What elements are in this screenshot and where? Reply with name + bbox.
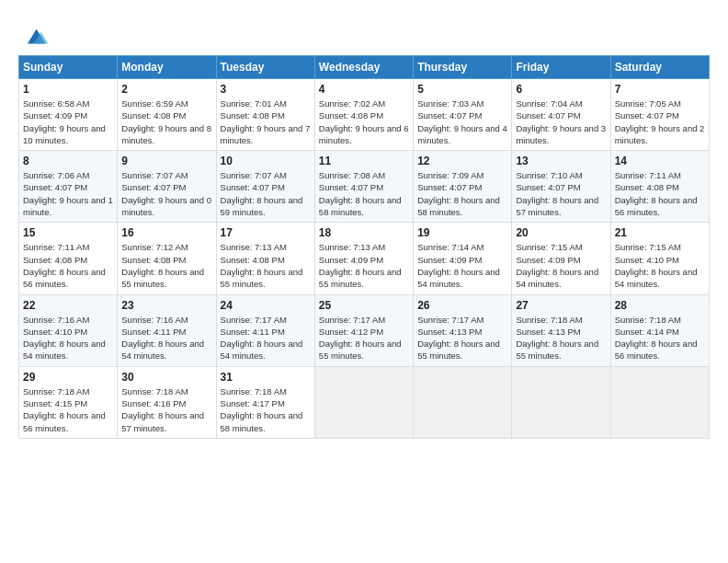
day-info: Sunrise: 7:01 AMSunset: 4:08 PMDaylight:… <box>221 98 311 145</box>
logo-icon <box>20 20 50 50</box>
calendar-cell: 3Sunrise: 7:01 AMSunset: 4:08 PMDaylight… <box>216 79 314 151</box>
day-number: 2 <box>121 83 211 96</box>
day-number: 27 <box>516 299 606 312</box>
day-number: 19 <box>417 226 507 239</box>
day-number: 26 <box>417 299 507 312</box>
calendar-cell <box>314 366 413 438</box>
day-number: 16 <box>121 226 211 239</box>
calendar-cell: 5Sunrise: 7:03 AMSunset: 4:07 PMDaylight… <box>414 79 512 151</box>
page-container: SundayMondayTuesdayWednesdayThursdayFrid… <box>0 0 728 448</box>
calendar-cell: 13Sunrise: 7:10 AMSunset: 4:07 PMDayligh… <box>512 151 610 223</box>
calendar-cell: 8Sunrise: 7:06 AMSunset: 4:07 PMDaylight… <box>19 151 118 223</box>
day-number: 30 <box>121 371 211 384</box>
day-number: 23 <box>121 299 211 312</box>
calendar-cell: 4Sunrise: 7:02 AMSunset: 4:08 PMDaylight… <box>314 79 413 151</box>
day-number: 8 <box>23 155 113 167</box>
calendar-cell <box>610 366 709 438</box>
header-day-saturday: Saturday <box>610 56 709 79</box>
calendar-cell: 15Sunrise: 7:11 AMSunset: 4:08 PMDayligh… <box>19 223 118 294</box>
day-info: Sunrise: 7:12 AMSunset: 4:08 PMDaylight:… <box>121 242 204 289</box>
day-info: Sunrise: 7:13 AMSunset: 4:09 PMDaylight:… <box>319 242 402 289</box>
calendar-cell: 30Sunrise: 7:18 AMSunset: 4:16 PMDayligh… <box>118 366 216 438</box>
day-info: Sunrise: 7:13 AMSunset: 4:08 PMDaylight:… <box>221 242 303 289</box>
day-number: 12 <box>417 155 507 167</box>
day-info: Sunrise: 6:58 AMSunset: 4:09 PMDaylight:… <box>23 98 106 145</box>
day-info: Sunrise: 7:17 AMSunset: 4:12 PMDaylight:… <box>319 315 402 362</box>
calendar-table: SundayMondayTuesdayWednesdayThursdayFrid… <box>18 55 710 439</box>
day-info: Sunrise: 7:02 AMSunset: 4:08 PMDaylight:… <box>319 98 409 145</box>
calendar-cell: 7Sunrise: 7:05 AMSunset: 4:07 PMDaylight… <box>610 79 709 151</box>
day-info: Sunrise: 7:05 AMSunset: 4:07 PMDaylight:… <box>615 98 705 145</box>
day-number: 9 <box>121 155 211 167</box>
day-number: 21 <box>615 226 705 239</box>
calendar-cell: 11Sunrise: 7:08 AMSunset: 4:07 PMDayligh… <box>314 151 413 223</box>
day-info: Sunrise: 7:03 AMSunset: 4:07 PMDaylight:… <box>417 98 507 145</box>
day-number: 5 <box>417 83 507 96</box>
day-info: Sunrise: 7:06 AMSunset: 4:07 PMDaylight:… <box>23 170 113 217</box>
day-number: 29 <box>23 371 113 384</box>
header <box>18 17 710 50</box>
day-info: Sunrise: 7:18 AMSunset: 4:15 PMDaylight:… <box>23 386 106 433</box>
day-info: Sunrise: 7:08 AMSunset: 4:07 PMDaylight:… <box>319 170 402 217</box>
day-number: 10 <box>221 155 311 167</box>
day-number: 13 <box>516 155 606 167</box>
calendar-cell: 26Sunrise: 7:17 AMSunset: 4:13 PMDayligh… <box>414 294 512 366</box>
day-info: Sunrise: 7:11 AMSunset: 4:08 PMDaylight:… <box>615 170 698 217</box>
day-info: Sunrise: 7:09 AMSunset: 4:07 PMDaylight:… <box>417 170 500 217</box>
day-number: 11 <box>319 155 409 167</box>
calendar-cell: 19Sunrise: 7:14 AMSunset: 4:09 PMDayligh… <box>414 223 512 294</box>
calendar-week-4: 22Sunrise: 7:16 AMSunset: 4:10 PMDayligh… <box>19 294 710 366</box>
calendar-cell: 14Sunrise: 7:11 AMSunset: 4:08 PMDayligh… <box>610 151 709 223</box>
day-number: 25 <box>319 299 409 312</box>
logo <box>18 20 50 50</box>
calendar-cell: 23Sunrise: 7:16 AMSunset: 4:11 PMDayligh… <box>118 294 216 366</box>
day-number: 24 <box>221 299 311 312</box>
calendar-cell: 22Sunrise: 7:16 AMSunset: 4:10 PMDayligh… <box>19 294 118 366</box>
calendar-cell: 24Sunrise: 7:17 AMSunset: 4:11 PMDayligh… <box>216 294 314 366</box>
day-info: Sunrise: 7:04 AMSunset: 4:07 PMDaylight:… <box>516 98 606 145</box>
day-number: 4 <box>319 83 409 96</box>
calendar-cell: 21Sunrise: 7:15 AMSunset: 4:10 PMDayligh… <box>610 223 709 294</box>
header-day-thursday: Thursday <box>414 56 512 79</box>
day-info: Sunrise: 7:18 AMSunset: 4:17 PMDaylight:… <box>221 386 303 433</box>
calendar-cell: 28Sunrise: 7:18 AMSunset: 4:14 PMDayligh… <box>610 294 709 366</box>
day-number: 7 <box>615 83 705 96</box>
day-number: 20 <box>516 226 606 239</box>
calendar-cell: 2Sunrise: 6:59 AMSunset: 4:08 PMDaylight… <box>118 79 216 151</box>
header-day-tuesday: Tuesday <box>216 56 314 79</box>
day-info: Sunrise: 7:16 AMSunset: 4:11 PMDaylight:… <box>121 315 204 362</box>
day-number: 15 <box>23 226 113 239</box>
day-info: Sunrise: 7:15 AMSunset: 4:10 PMDaylight:… <box>615 242 698 289</box>
calendar-cell: 20Sunrise: 7:15 AMSunset: 4:09 PMDayligh… <box>512 223 610 294</box>
day-number: 6 <box>516 83 606 96</box>
calendar-week-2: 8Sunrise: 7:06 AMSunset: 4:07 PMDaylight… <box>19 151 710 223</box>
day-info: Sunrise: 7:18 AMSunset: 4:14 PMDaylight:… <box>615 315 698 362</box>
calendar-cell: 25Sunrise: 7:17 AMSunset: 4:12 PMDayligh… <box>314 294 413 366</box>
calendar-cell <box>512 366 610 438</box>
day-info: Sunrise: 7:10 AMSunset: 4:07 PMDaylight:… <box>516 170 598 217</box>
calendar-cell: 1Sunrise: 6:58 AMSunset: 4:09 PMDaylight… <box>19 79 118 151</box>
header-day-friday: Friday <box>512 56 610 79</box>
day-info: Sunrise: 6:59 AMSunset: 4:08 PMDaylight:… <box>121 98 211 145</box>
day-info: Sunrise: 7:16 AMSunset: 4:10 PMDaylight:… <box>23 315 106 362</box>
calendar-cell: 17Sunrise: 7:13 AMSunset: 4:08 PMDayligh… <box>216 223 314 294</box>
header-row: SundayMondayTuesdayWednesdayThursdayFrid… <box>19 56 710 79</box>
day-info: Sunrise: 7:15 AMSunset: 4:09 PMDaylight:… <box>516 242 598 289</box>
calendar-cell: 9Sunrise: 7:07 AMSunset: 4:07 PMDaylight… <box>118 151 216 223</box>
calendar-cell: 10Sunrise: 7:07 AMSunset: 4:07 PMDayligh… <box>216 151 314 223</box>
day-info: Sunrise: 7:11 AMSunset: 4:08 PMDaylight:… <box>23 242 106 289</box>
calendar-cell: 18Sunrise: 7:13 AMSunset: 4:09 PMDayligh… <box>314 223 413 294</box>
day-number: 14 <box>615 155 705 167</box>
header-day-monday: Monday <box>118 56 216 79</box>
day-number: 31 <box>221 371 311 384</box>
day-number: 22 <box>23 299 113 312</box>
calendar-cell: 31Sunrise: 7:18 AMSunset: 4:17 PMDayligh… <box>216 366 314 438</box>
calendar-cell: 12Sunrise: 7:09 AMSunset: 4:07 PMDayligh… <box>414 151 512 223</box>
header-day-sunday: Sunday <box>19 56 118 79</box>
day-info: Sunrise: 7:14 AMSunset: 4:09 PMDaylight:… <box>417 242 500 289</box>
day-number: 28 <box>615 299 705 312</box>
calendar-cell: 16Sunrise: 7:12 AMSunset: 4:08 PMDayligh… <box>118 223 216 294</box>
calendar-cell: 27Sunrise: 7:18 AMSunset: 4:13 PMDayligh… <box>512 294 610 366</box>
calendar-cell: 6Sunrise: 7:04 AMSunset: 4:07 PMDaylight… <box>512 79 610 151</box>
day-info: Sunrise: 7:17 AMSunset: 4:11 PMDaylight:… <box>221 315 303 362</box>
